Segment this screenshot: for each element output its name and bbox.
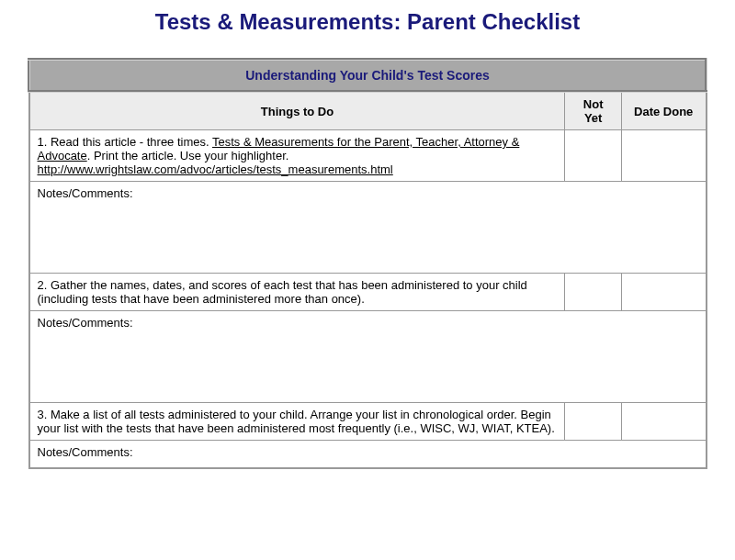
datedone-cell [621, 130, 706, 182]
section-header: Understanding Your Child's Test Scores [29, 60, 707, 92]
item-text: 2. Gather the names, dates, and scores o… [29, 274, 565, 311]
column-headers: Things to Do Not Yet Date Done [29, 92, 707, 130]
notes-cell: Notes/Comments: [29, 441, 707, 468]
col-datedone: Date Done [621, 92, 706, 130]
notes-row: Notes/Comments: [29, 182, 707, 274]
item-row: 1. Read this article - three times. Test… [29, 130, 707, 182]
page-title: Tests & Measurements: Parent Checklist [28, 9, 707, 35]
item-text: 3. Make a list of all tests administered… [29, 403, 565, 441]
notyet-cell [565, 274, 621, 311]
item-text: 1. Read this article - three times. Test… [29, 130, 565, 182]
notyet-cell [565, 130, 621, 182]
col-notyet: Not Yet [565, 92, 621, 130]
notes-row: Notes/Comments: [29, 311, 707, 403]
notes-row: Notes/Comments: [29, 441, 707, 468]
datedone-cell [621, 274, 706, 311]
item-prefix: 1. Read this article - three times. [38, 135, 213, 149]
checklist-table: Understanding Your Child's Test Scores T… [28, 58, 707, 469]
notes-cell: Notes/Comments: [29, 182, 707, 274]
notes-cell: Notes/Comments: [29, 311, 707, 403]
url-link[interactable]: http://www.wrightslaw.com/advoc/articles… [38, 162, 393, 176]
col-things: Things to Do [29, 92, 565, 130]
item-mid: . Print the article. Use your highlighte… [87, 149, 289, 162]
item-row: 3. Make a list of all tests administered… [29, 403, 707, 441]
item-row: 2. Gather the names, dates, and scores o… [29, 274, 707, 311]
notyet-cell [565, 403, 621, 441]
datedone-cell [621, 403, 706, 441]
